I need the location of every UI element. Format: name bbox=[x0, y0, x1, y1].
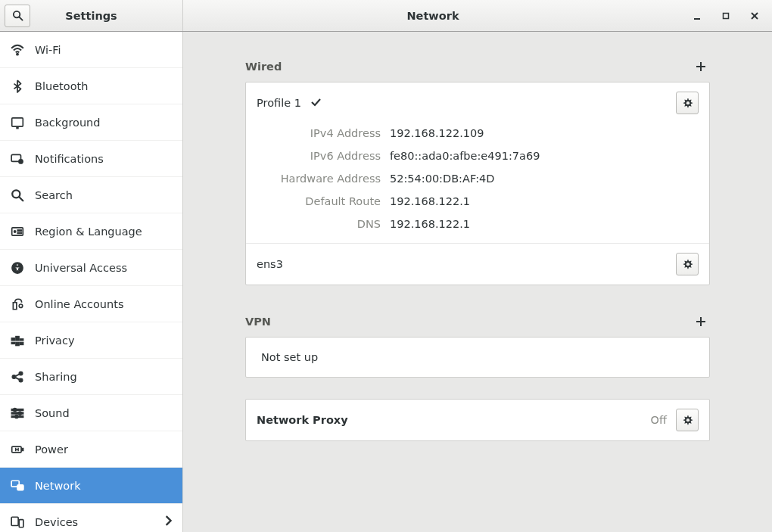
svg-rect-8 bbox=[17, 126, 18, 128]
sidebar-item-online-accounts[interactable]: Online Accounts bbox=[0, 286, 182, 322]
sidebar-item-wifi[interactable]: Wi-Fi bbox=[0, 32, 182, 68]
proxy-settings-button[interactable] bbox=[676, 409, 699, 431]
sidebar-item-label: Network bbox=[35, 480, 81, 492]
connection-details: IPv4 Address192.168.122.109 IPv6 Address… bbox=[246, 119, 709, 244]
sidebar-item-network[interactable]: Network bbox=[0, 468, 182, 504]
svg-rect-3 bbox=[724, 13, 729, 18]
sidebar-item-power[interactable]: Power bbox=[0, 431, 182, 468]
svg-point-14 bbox=[14, 230, 16, 232]
sidebar-item-background[interactable]: Background bbox=[0, 104, 182, 141]
plus-icon bbox=[696, 61, 706, 72]
add-vpn-button[interactable] bbox=[692, 313, 710, 331]
svg-line-12 bbox=[19, 197, 23, 201]
page-title: Network bbox=[183, 10, 683, 22]
route-value: 192.168.122.1 bbox=[390, 195, 470, 207]
hw-label: Hardware Address bbox=[257, 173, 381, 185]
sidebar-item-label: Wi-Fi bbox=[35, 44, 61, 56]
svg-rect-23 bbox=[11, 342, 15, 344]
content-area: Wired Profile 1 IPv4 Address192.168.122.… bbox=[183, 32, 772, 532]
ipv6-value: fe80::ada0:afbe:e491:7a69 bbox=[390, 150, 540, 162]
svg-rect-21 bbox=[16, 336, 20, 341]
sidebar-item-label: Notifications bbox=[35, 153, 104, 165]
svg-point-27 bbox=[19, 372, 23, 375]
sidebar-item-search[interactable]: Search bbox=[0, 177, 182, 213]
dns-value: 192.168.122.1 bbox=[390, 218, 470, 230]
svg-point-50 bbox=[686, 418, 689, 421]
sidebar-item-privacy[interactable]: Privacy bbox=[0, 322, 182, 359]
sidebar-item-notifications[interactable]: Notifications bbox=[0, 141, 182, 177]
svg-line-1 bbox=[19, 17, 22, 20]
plus-icon bbox=[696, 316, 706, 327]
maximize-icon bbox=[721, 11, 730, 20]
bluetooth-icon bbox=[11, 79, 24, 93]
svg-point-46 bbox=[686, 101, 689, 104]
minimize-button[interactable] bbox=[683, 0, 711, 32]
sidebar-item-label: Universal Access bbox=[35, 262, 127, 274]
sound-icon bbox=[11, 406, 24, 420]
close-button[interactable] bbox=[740, 0, 769, 32]
sidebar-item-universal-access[interactable]: Universal Access bbox=[0, 250, 182, 286]
close-icon bbox=[750, 11, 759, 20]
gear-icon bbox=[682, 259, 693, 270]
sidebar-item-label: Background bbox=[35, 117, 101, 129]
sidebar-item-label: Sharing bbox=[35, 371, 77, 383]
svg-rect-38 bbox=[22, 448, 23, 450]
svg-point-10 bbox=[18, 159, 23, 164]
svg-point-36 bbox=[15, 415, 19, 418]
connection-profile-name: Profile 1 bbox=[257, 97, 301, 109]
svg-line-30 bbox=[16, 378, 20, 379]
vpn-section-header: VPN bbox=[245, 306, 710, 337]
sidebar-item-label: Devices bbox=[35, 516, 78, 528]
vpn-section-title: VPN bbox=[245, 316, 271, 328]
sidebar-item-devices[interactable]: Devices bbox=[0, 504, 182, 532]
svg-rect-45 bbox=[696, 66, 705, 67]
svg-point-28 bbox=[19, 378, 23, 382]
svg-line-29 bbox=[16, 374, 20, 375]
maximize-button[interactable] bbox=[711, 0, 740, 32]
gear-icon bbox=[682, 415, 693, 426]
network-icon bbox=[11, 479, 24, 493]
sidebar-item-sound[interactable]: Sound bbox=[0, 395, 182, 431]
ens3-settings-button[interactable] bbox=[676, 253, 699, 275]
svg-rect-25 bbox=[20, 342, 23, 344]
svg-rect-49 bbox=[696, 321, 705, 322]
wired-panel: Profile 1 IPv4 Address192.168.122.109 IP… bbox=[245, 82, 710, 285]
check-icon bbox=[310, 97, 321, 110]
svg-rect-42 bbox=[11, 517, 18, 525]
svg-point-19 bbox=[19, 304, 23, 308]
svg-rect-40 bbox=[17, 484, 23, 490]
svg-point-6 bbox=[17, 53, 19, 55]
svg-rect-24 bbox=[16, 342, 20, 346]
svg-rect-2 bbox=[694, 18, 700, 20]
sidebar-item-region-language[interactable]: Region & Language bbox=[0, 213, 182, 250]
svg-point-26 bbox=[12, 375, 16, 378]
add-wired-button[interactable] bbox=[692, 58, 710, 76]
sidebar-item-label: Sound bbox=[35, 407, 70, 419]
search-button[interactable] bbox=[5, 5, 30, 27]
power-icon bbox=[11, 443, 24, 456]
sidebar-item-sharing[interactable]: Sharing bbox=[0, 359, 182, 395]
search-icon bbox=[11, 188, 24, 202]
profile-settings-button[interactable] bbox=[676, 92, 699, 114]
wifi-icon bbox=[11, 43, 24, 57]
window-controls bbox=[683, 0, 769, 32]
sidebar-item-label: Online Accounts bbox=[35, 298, 123, 310]
sidebar-item-bluetooth[interactable]: Bluetooth bbox=[0, 68, 182, 104]
sidebar-item-label: Search bbox=[35, 189, 73, 201]
gear-icon bbox=[682, 98, 693, 109]
background-icon bbox=[11, 116, 24, 129]
svg-rect-7 bbox=[12, 117, 23, 126]
vpn-empty-text: Not set up bbox=[261, 351, 318, 363]
minimize-icon bbox=[693, 11, 702, 20]
sidebar-item-label: Power bbox=[35, 443, 68, 456]
notifications-icon bbox=[11, 152, 24, 166]
route-label: Default Route bbox=[257, 195, 381, 207]
svg-rect-15 bbox=[17, 229, 22, 231]
connection-name: ens3 bbox=[257, 258, 283, 270]
ipv4-label: IPv4 Address bbox=[257, 127, 381, 139]
wired-section-header: Wired bbox=[245, 51, 710, 82]
region-language-icon bbox=[11, 225, 24, 238]
svg-rect-20 bbox=[11, 338, 15, 340]
ipv4-value: 192.168.122.109 bbox=[390, 127, 484, 139]
proxy-panel: Network Proxy Off bbox=[245, 399, 710, 441]
